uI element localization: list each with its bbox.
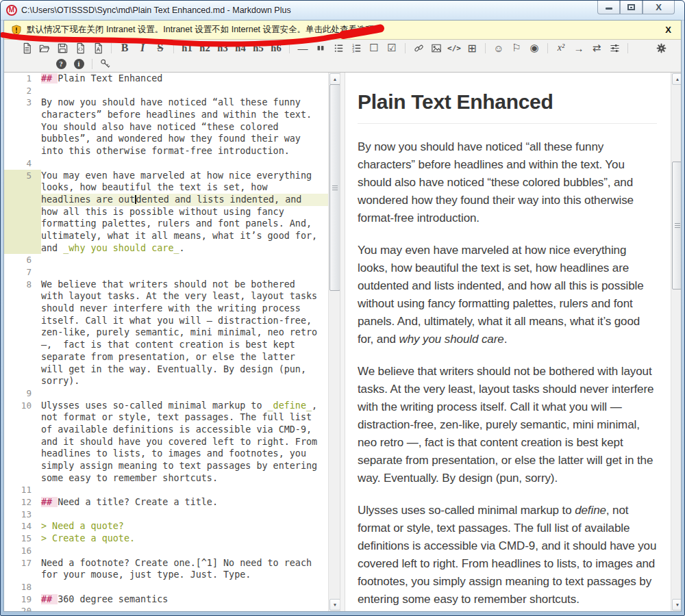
editor-row[interactable]: bubbles”, and wondered how they found th… (4, 133, 328, 145)
editor-row[interactable]: 16 (4, 545, 328, 557)
editor-row[interactable]: sorry). (4, 375, 328, 387)
toolbar-divider (173, 43, 174, 53)
italic-button[interactable]: I (134, 41, 151, 55)
editor-row[interactable]: 1## Plain Text Enhanced (4, 73, 328, 85)
heading2-button[interactable]: h2 (197, 41, 213, 55)
editor-row[interactable]: 14> Need a quote? (4, 520, 328, 532)
scroll-down-button[interactable]: ▼ (329, 599, 340, 611)
checkbox-button[interactable]: ☐ (366, 41, 382, 55)
editor-row[interactable]: itself. Call it what you will — distract… (4, 315, 328, 327)
editor-row[interactable]: not format or style, text passages. The … (4, 411, 328, 424)
minimize-button[interactable] (597, 1, 620, 14)
editor-scrollbar-thumb[interactable] (329, 84, 340, 291)
editor-row[interactable]: some easy to remember shortcuts. (4, 472, 328, 485)
editor-row[interactable]: simply assign meaning to text passages b… (4, 460, 328, 472)
open-file-button[interactable] (36, 41, 53, 55)
editor-row[interactable]: 15> Create a quote. (4, 532, 328, 545)
editor-row[interactable]: will get in the way. Eventually. By desi… (4, 363, 328, 376)
settings-button[interactable] (653, 41, 669, 55)
new-file-button[interactable] (18, 41, 35, 55)
close-window-button[interactable]: X (643, 1, 675, 14)
editor-row[interactable]: 17Need a footnote? Create one.[^1] No ne… (4, 557, 328, 569)
horizontal-rule-button[interactable]: — (295, 41, 311, 55)
editor-row[interactable]: characters” before headlines and within … (4, 109, 328, 121)
notification-close-button[interactable]: X (662, 25, 674, 35)
intranet-notification-bar[interactable]: 默认情况下现在关闭 Intranet 设置。Intranet 设置不如 Inte… (4, 21, 681, 40)
swap-arrows-button[interactable]: ⇄ (588, 41, 605, 55)
heading1-button[interactable]: h1 (179, 41, 195, 55)
editor-row[interactable]: 10Ulysses uses so-called minimal markup … (4, 400, 328, 412)
editor-row[interactable]: 2 (4, 85, 328, 97)
checkbox-checked-button[interactable]: ☑ (384, 41, 400, 55)
editor-row[interactable]: 5You may even have marveled at how nice … (4, 170, 328, 182)
editor-row[interactable]: headlines are outdented and lists indent… (4, 194, 328, 206)
editor-row[interactable]: for your mouse, just type. Just. Type. (4, 569, 328, 581)
client-area: 默认情况下现在关闭 Intranet 设置。Intranet 设置不如 Inte… (3, 20, 682, 612)
heading4-button[interactable]: h4 (232, 41, 249, 55)
editor-row[interactable]: formatting palettes, rulers and font pan… (4, 218, 328, 230)
editor-row[interactable]: 9 (4, 387, 328, 400)
editor-row[interactable]: 8We believe that writers should not be b… (4, 279, 328, 291)
unordered-list-icon (333, 42, 345, 54)
heading3-button[interactable]: h3 (214, 41, 231, 55)
editor-row[interactable]: how all this is possible without using f… (4, 206, 328, 218)
image-button[interactable] (428, 41, 445, 55)
maximize-icon (627, 4, 635, 10)
scroll-down-button[interactable]: ▼ (672, 599, 682, 611)
editor-row[interactable]: zen-like, purely semantic, mini minimal,… (4, 326, 328, 339)
heading6-button[interactable]: h6 (268, 41, 284, 55)
quote-button[interactable] (312, 41, 329, 55)
editor-row[interactable]: 3By now you should have noticed “all the… (4, 97, 328, 109)
license-key-button[interactable] (97, 57, 114, 71)
superscript-button[interactable]: x² (553, 41, 569, 55)
ordered-list-button[interactable]: 123 (348, 41, 364, 55)
editor-row[interactable]: and it should have you covered left to r… (4, 436, 328, 448)
editor-row[interactable]: and _why you should care_. (4, 242, 328, 255)
bold-button[interactable]: B (116, 41, 133, 55)
scroll-up-button[interactable]: ▲ (329, 73, 340, 85)
title-bar[interactable]: M C:\Users\OTISSSD\Sync\md\Plain Text En… (1, 1, 684, 21)
editor-row[interactable]: You should also have noticed “these colo… (4, 121, 328, 133)
unordered-list-button[interactable] (330, 41, 347, 55)
arrow-right-button[interactable]: → (571, 41, 587, 55)
about-button[interactable]: i (71, 57, 87, 71)
editor-scrollbar[interactable]: ▲ ▼ (328, 73, 340, 611)
settings-sliders-button[interactable] (606, 41, 623, 55)
editor-row[interactable]: 4 (4, 157, 328, 170)
editor-row[interactable]: separate from presentation, or else the … (4, 351, 328, 363)
editor-row[interactable]: 6 (4, 254, 328, 266)
editor-row[interactable]: 19## 360 degree semantics (4, 593, 328, 606)
pane-splitter[interactable] (340, 73, 345, 611)
editor-row[interactable]: with layout tasks. At the very least, la… (4, 290, 328, 303)
scroll-up-button[interactable]: ▲ (672, 73, 682, 85)
editor-row[interactable]: 20 (4, 605, 328, 611)
editor-row[interactable]: 18 (4, 581, 328, 593)
export-html-button[interactable] (72, 41, 88, 55)
editor-row[interactable]: —, fact is that content creation is best… (4, 339, 328, 351)
save-button[interactable] (54, 41, 71, 55)
editor-row[interactable]: should never interfere with the writing … (4, 303, 328, 315)
editor-row[interactable]: 12## Need a title? Create a title. (4, 496, 328, 509)
flag-button[interactable]: ⚐ (508, 41, 525, 55)
editor-row[interactable]: into this otherwise format-free introduc… (4, 145, 328, 157)
export-pdf-button[interactable] (90, 41, 106, 55)
table-button[interactable]: ⊞ (464, 41, 480, 55)
preview-scrollbar-thumb[interactable] (672, 162, 682, 290)
editor-row[interactable]: headlines to lists, to images and footno… (4, 448, 328, 460)
editor-row[interactable]: 13 (4, 509, 328, 521)
editor-row[interactable]: looks, how beautiful the text is set, ho… (4, 181, 328, 194)
markdown-editor[interactable]: 1## Plain Text Enhanced23By now you shou… (4, 73, 328, 611)
preview-scrollbar[interactable]: ▲ ▼ (671, 73, 682, 611)
editor-row[interactable]: 7 (4, 266, 328, 279)
maximize-button[interactable] (620, 1, 643, 14)
link-button[interactable] (410, 41, 427, 55)
editor-row[interactable]: ultimately, what it all means, what it’s… (4, 230, 328, 242)
emoji-button[interactable]: ☺ (490, 41, 507, 55)
code-button[interactable]: </> (446, 41, 462, 55)
strikethrough-button[interactable]: S (152, 41, 169, 55)
heading5-button[interactable]: h5 (250, 41, 266, 55)
editor-row[interactable]: 11 (4, 484, 328, 496)
help-button[interactable]: ? (53, 57, 69, 71)
editor-row[interactable]: of available definitions is accessible v… (4, 424, 328, 436)
record-button[interactable]: ◉ (526, 41, 543, 55)
